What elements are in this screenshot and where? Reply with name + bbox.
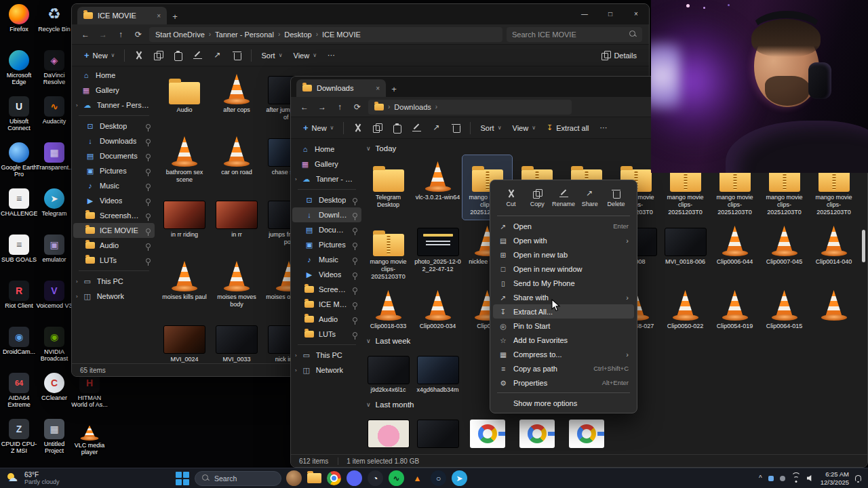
notification-bell-icon[interactable] [855,475,861,481]
more-options-button[interactable]: ⋯ [596,120,612,136]
desktop-icon-voicemod-v3[interactable]: VVoicemod V3 [37,281,72,309]
file-item[interactable] [809,284,859,325]
back-icon[interactable]: ← [79,30,92,39]
menu-item-add-to-favorites[interactable]: ☆Add to Favorites [493,333,634,347]
desktop-icon-microsoft-edge[interactable]: Microsoft Edge [1,50,37,85]
breadcrumb-downloads[interactable]: Downloads [394,103,431,111]
menu-item-copy-as-path[interactable]: ≡Copy as pathCtrl+Shift+C [493,361,634,375]
view-button[interactable]: View∨ [290,47,321,64]
file-item[interactable] [462,411,512,453]
paste-button[interactable] [170,47,186,64]
quick-rename-button[interactable]: Rename [551,187,576,209]
volume-icon[interactable] [807,474,814,482]
desktop-icon-aida64-extreme[interactable]: 64AIDA64 Extreme [1,373,37,408]
taskbar-search[interactable]: Search [195,471,281,486]
sidebar-item-screenshots[interactable]: Screenshots [292,282,361,297]
rename-button[interactable] [408,120,425,136]
desktop-icon-transparent[interactable]: ▦Transparent... [37,142,72,171]
sidebar-item-music[interactable]: ♪Music [73,178,155,193]
cut-button[interactable] [349,120,366,136]
sidebar-item-videos[interactable]: ▶Videos [73,193,155,208]
refresh-icon[interactable]: ⟳ [351,102,364,112]
file-item-clip0014-040[interactable]: Clip0014-040 [809,220,859,268]
desktop-icon-cpuid-cpu-z-msi[interactable]: ZCPUID CPU-Z MSI [1,419,37,454]
file-item-clip0018-033[interactable]: Clip0018-033 [363,284,413,333]
menu-item-extract-all[interactable]: ↧Extract All... [493,304,634,319]
file-item-moises-moves-body[interactable]: moises moves body [211,255,262,317]
google-chrome-icon[interactable] [327,471,341,485]
minimize-button[interactable]: — [572,4,597,23]
menu-item-show-more-options[interactable]: Show more options [493,396,634,410]
sidebar-item-downloads[interactable]: ↓Downloads [292,207,361,222]
desktop-icon-recycle-bin[interactable]: ♻Recycle Bin [37,4,72,33]
desktop-icon-sub-goals[interactable]: ≡SUB GOALS [1,235,37,263]
menu-item-properties[interactable]: ⚙PropertiesAlt+Enter [493,375,634,390]
breadcrumb-desktop[interactable]: Desktop [284,30,311,39]
menu-item-open-in-new-window[interactable]: □Open in new window [493,262,634,276]
menu-item-send-to-my-phone[interactable]: ▯Send to My Phone [493,276,634,290]
menu-item-open[interactable]: ↗OpenEnter [493,219,634,233]
desktop-icon-nvidia-broadcast[interactable]: ◉NVIDIA Broadcast [37,327,72,362]
sidebar-item-audio[interactable]: Audio [73,238,155,253]
desktop-icon-droidcam[interactable]: ◉DroidCam... [1,327,37,355]
delete-button[interactable] [448,120,465,136]
clock[interactable]: 6:25 AM 12/3/2025 [821,470,849,487]
file-item-clip0050-022[interactable]: Clip0050-022 [660,284,710,333]
paste-button[interactable] [389,120,406,136]
copy-button[interactable] [369,120,386,136]
file-item-clip0006-044[interactable]: Clip0006-044 [710,220,760,268]
extract-all-button[interactable]: ↧Extract all [542,120,593,136]
ice-search-input[interactable]: Search ICE MOVIE [507,27,642,42]
sidebar-item-pictures[interactable]: ▣Pictures [73,163,155,178]
sidebar-item-screenshots[interactable]: Screenshots [73,208,155,223]
tray-app-icon[interactable] [780,476,785,481]
details-button[interactable]: Details [597,47,641,64]
file-item-car-on-road[interactable]: car on road [211,130,262,192]
dl-tab[interactable]: Downloads × [296,79,386,97]
rename-button[interactable] [189,47,206,64]
scrollbar[interactable] [862,220,865,468]
sidebar-item-documents[interactable]: ▤Documents [292,222,361,237]
file-item-in-rr-riding[interactable]: in rr riding [159,192,210,255]
desktop-icon-challenges[interactable]: ≡CHALLENGES [1,188,37,217]
sidebar-item-gallery[interactable]: ▦Gallery [292,157,361,171]
file-item-bathroom-sex-scene[interactable]: bathroom sex scene [159,130,210,192]
desktop-icon-untitled-project[interactable]: ▦Untitled Project [37,419,72,454]
sidebar-item-network[interactable]: ›◫Network [73,289,155,304]
sidebar-item-desktop[interactable]: ⊡Desktop [73,119,155,134]
more-options-button[interactable]: ⋯ [323,47,340,64]
sidebar-item-luts[interactable]: LUTs [73,253,155,268]
ice-tab[interactable]: ICE MOVIE × [77,7,167,24]
sidebar-item-luts[interactable]: LUTs [292,327,361,342]
up-icon[interactable]: ↑ [333,102,347,112]
file-item[interactable] [512,411,561,453]
quick-delete-button[interactable]: Delete [604,187,629,209]
menu-item-compress-to[interactable]: ▦Compress to...› [493,347,634,361]
discord-icon[interactable] [347,470,362,486]
close-button[interactable]: × [623,4,649,23]
start-button[interactable] [175,471,190,486]
file-item[interactable] [561,411,611,453]
sidebar-item-pictures[interactable]: ▣Pictures [292,237,361,252]
menu-item-share-with[interactable]: ↗Share with› [493,290,634,304]
file-item-clip0020-034[interactable]: Clip0020-034 [413,284,462,333]
spotify-icon[interactable]: ∿ [389,470,404,486]
back-icon[interactable]: ← [298,102,311,112]
quick-copy-button[interactable]: Copy [525,187,550,209]
sort-button[interactable]: Sort∨ [476,120,505,136]
breadcrumb-tanner-personal[interactable]: Tanner - Personal [215,30,274,39]
sidebar-item-tanner-personal[interactable]: ›☁Tanner - Personal [73,98,155,113]
sidebar-item-home[interactable]: ⌂Home [292,142,361,157]
obs-studio-icon[interactable]: ◔ [368,470,383,486]
breadcrumb[interactable]: › Downloads › [368,100,572,115]
cut-button[interactable] [130,47,147,64]
file-item-photo-2025-12-0-2-22-47-12[interactable]: photo_2025-12-0 2_22-47-12 [413,220,462,276]
telegram-icon[interactable]: ➤ [452,470,467,486]
sort-button[interactable]: Sort∨ [257,47,286,64]
copy-button[interactable] [150,47,167,64]
maximize-button[interactable]: □ [597,4,623,23]
desktop-icon-google-earth-pro[interactable]: Google Earth Pro [1,142,37,178]
sidebar-item-home[interactable]: ⌂Home [73,68,155,83]
new-tab-button[interactable]: + [386,81,402,97]
share-button[interactable] [428,120,445,136]
